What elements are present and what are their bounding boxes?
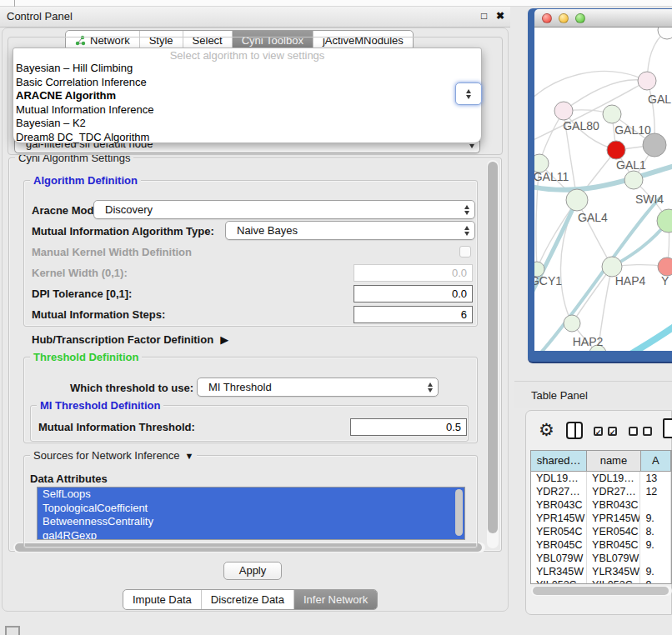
bottom-tabbar: Impute Data Discretize Data Infer Networ… — [123, 589, 378, 610]
algorithm-item[interactable]: Bayesian – Hill Climbing — [13, 62, 481, 76]
network-canvas[interactable]: GAL GAL80 GAL10 GAL1 GAL11 SWI4 GAL4 GCY… — [534, 28, 672, 351]
deselect-all-checkbox2-icon[interactable] — [643, 427, 652, 436]
tab-impute-data[interactable]: Impute Data — [123, 590, 201, 609]
table-row[interactable]: YBR045C YBR045C 9. — [531, 538, 671, 552]
kernel-width-label: Kernel Width (0,1): — [32, 267, 128, 279]
network-graph: GAL GAL80 GAL10 GAL1 GAL11 SWI4 GAL4 GCY… — [534, 28, 672, 351]
which-threshold-value: MI Threshold — [208, 381, 272, 393]
deselect-all-checkbox-icon[interactable] — [629, 427, 638, 436]
table-row[interactable]: YBR043C YBR043C — [531, 498, 671, 512]
mi-threshold-label: Mutual Information Threshold: — [38, 421, 195, 433]
mi-type-combo[interactable]: Naive Bayes — [225, 221, 475, 240]
hub-definition-expander[interactable]: Hub/Transcription Factor Definition ▶ — [32, 333, 228, 346]
algorithm-item[interactable]: Dream8 DC_TDC Algorithm — [13, 131, 481, 145]
algorithm-item-selected[interactable]: ARACNE Algorithm — [13, 89, 481, 103]
manual-kernel-label: Manual Kernel Width Definition — [32, 246, 192, 258]
column-header-shared-name[interactable]: shared… — [531, 451, 587, 471]
control-panel-titlebar — [0, 7, 510, 28]
table-row[interactable]: YDR27… YDR27… 12 — [531, 485, 671, 498]
dpi-tolerance-label: DPI Tolerance [0,1]: — [32, 288, 132, 300]
table-hscrollbar-thumb[interactable] — [533, 587, 669, 595]
algorithm-item[interactable]: Basic Correlation Inference — [13, 76, 481, 90]
minimize-traffic-light-icon[interactable] — [559, 13, 569, 23]
node-gal80 — [554, 102, 573, 120]
table-panel-title: Table Panel — [531, 389, 588, 402]
table-row[interactable]: YER054C YER054C 8. — [531, 525, 671, 538]
tab-discretize-data[interactable]: Discretize Data — [201, 590, 293, 609]
attribute-item[interactable]: gal4RGexp — [38, 529, 464, 541]
screen: { "control_panel": { "title": "Control P… — [0, 0, 672, 635]
gear-icon[interactable]: ⚙ — [539, 421, 554, 439]
new-table-document-icon[interactable] — [663, 418, 672, 438]
node-label: HAP4 — [615, 274, 646, 288]
apply-button[interactable]: Apply — [223, 562, 282, 580]
attribute-item[interactable]: BetweennessCentrality — [38, 515, 464, 529]
node-gal10 — [603, 105, 621, 123]
column-header-name[interactable]: name — [587, 451, 640, 471]
which-threshold-combo[interactable]: MI Threshold — [197, 378, 439, 397]
which-threshold-label: Which threshold to use: — [70, 382, 193, 394]
float-panel-icon[interactable]: □ — [481, 10, 487, 22]
node-label: GAL4 — [578, 211, 608, 224]
node-hap2 — [564, 315, 580, 332]
table-row[interactable]: YIL052C YIL052C 9 — [531, 578, 671, 584]
node-label: Y — [661, 274, 669, 288]
node-green — [657, 209, 672, 232]
dropdown-placeholder: Select algorithm to view settings — [13, 48, 481, 62]
threshold-definition-title: Threshold Definition — [30, 351, 142, 363]
node-gal4 — [566, 189, 588, 211]
node-label: GAL11 — [534, 170, 569, 183]
algorithm-item[interactable]: Mutual Information Inference — [13, 103, 481, 118]
node-gal1 — [607, 141, 625, 159]
table-row[interactable]: YBL079W YBL079W — [531, 552, 671, 565]
select-all-checkbox-icon[interactable]: ✓ — [594, 427, 603, 436]
node-label: GAL — [648, 92, 671, 106]
minimized-panel-icon[interactable] — [5, 626, 20, 635]
close-traffic-light-icon[interactable] — [542, 13, 552, 23]
combo-stepper-icon — [428, 382, 438, 392]
panel-title: Control Panel — [7, 10, 73, 22]
attributes-scrollbar-thumb[interactable] — [455, 489, 463, 536]
expand-down-icon: ▼ — [185, 451, 194, 461]
columns-icon[interactable] — [566, 422, 583, 439]
algorithm-definition-title: Algorithm Definition — [30, 174, 141, 187]
data-attributes-list[interactable]: SelfLoops TopologicalCoefficient Between… — [37, 487, 465, 540]
aracne-mode-combo[interactable]: Discovery — [93, 200, 475, 219]
node-table[interactable]: shared… name A YDL19… YDL19… 13 YDR27… Y… — [530, 450, 672, 584]
select-all-checkbox2-icon[interactable]: ✓ — [608, 427, 617, 436]
combo-stepper-icon — [464, 205, 474, 215]
toolbar-divider — [14, 0, 15, 7]
aracne-mode-value: Discovery — [105, 203, 153, 216]
manual-kernel-checkbox[interactable] — [459, 246, 471, 258]
node-label: GAL1 — [616, 158, 646, 172]
expand-right-icon: ▶ — [220, 333, 228, 346]
column-header-third[interactable]: A — [641, 451, 671, 471]
combo-stepper-icon — [464, 226, 474, 236]
mi-steps-field[interactable]: 6 — [354, 306, 473, 323]
tab-infer-network[interactable]: Infer Network — [293, 590, 377, 609]
attribute-item[interactable]: SelfLoops — [38, 488, 464, 502]
kernel-width-field[interactable]: 0.0 — [354, 264, 473, 282]
combo-stepper-icon — [466, 89, 471, 99]
dpi-tolerance-field[interactable]: 0.0 — [354, 285, 473, 302]
data-attributes-label: Data Attributes — [30, 472, 108, 485]
algorithm-combo-fragment[interactable] — [455, 82, 482, 105]
hub-definition-label: Hub/Transcription Factor Definition — [32, 333, 213, 346]
table-row[interactable]: YLR345W YLR345W 9. — [531, 565, 671, 578]
mi-threshold-group-title: MI Threshold Definition — [37, 399, 163, 412]
mi-threshold-field[interactable]: 0.5 — [350, 418, 467, 436]
node-label: HAP2 — [573, 335, 604, 348]
mi-type-label: Mutual Information Algorithm Type: — [32, 225, 214, 238]
algorithm-item[interactable]: Bayesian – K2 — [13, 117, 481, 131]
attribute-item[interactable]: TopologicalCoefficient — [38, 502, 464, 516]
table-row[interactable]: YDL19… YDL19… 13 — [531, 472, 671, 485]
node-gray — [643, 133, 666, 157]
settings-scrollbar-thumb[interactable] — [488, 162, 498, 533]
table-row[interactable]: YPR145W YPR145W 9. — [531, 512, 671, 525]
zoom-traffic-light-icon[interactable] — [575, 13, 585, 23]
sources-group-title[interactable]: Sources for Network Inference ▼ — [30, 449, 197, 462]
close-panel-icon[interactable]: ✖ — [496, 10, 504, 22]
network-window-titlebar[interactable] — [534, 9, 672, 28]
network-node-labels: GAL GAL80 GAL10 GAL1 GAL11 SWI4 GAL4 GCY… — [534, 92, 671, 348]
node-label: GAL80 — [563, 119, 599, 132]
